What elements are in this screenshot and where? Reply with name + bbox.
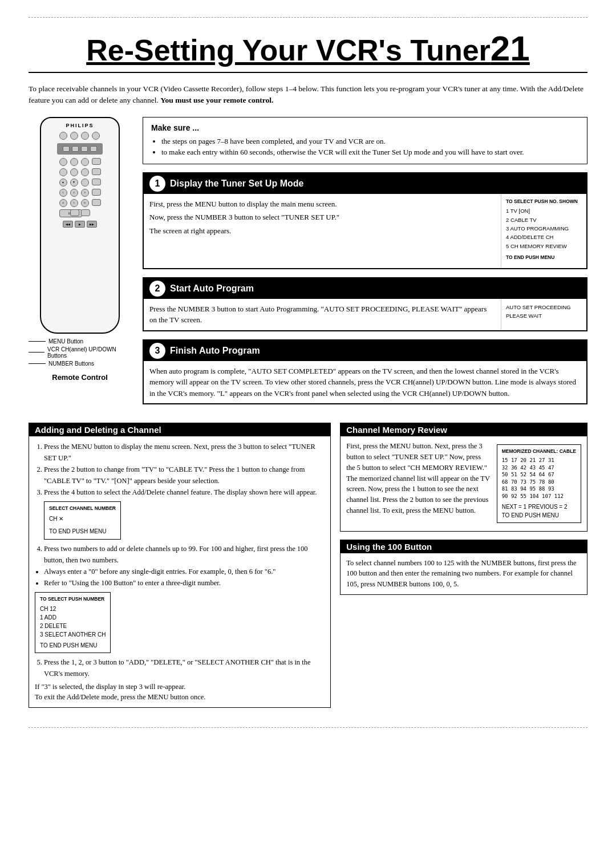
make-sure-list: the steps on pages 7–8 have been complet… (151, 136, 579, 158)
display2-item-3: 3 SELECT ANOTHER CH (40, 630, 106, 639)
remote-menu-btn3[interactable] (81, 168, 89, 176)
display2-footer: TO END PUSH MENU (40, 641, 106, 650)
step3-text: When auto program is complete, "AUTO SET… (144, 361, 586, 404)
remote-btn-2[interactable] (70, 132, 78, 140)
remote-btn-extra2[interactable] (81, 209, 90, 216)
step3-circle: 3 (149, 343, 165, 359)
make-sure-item-2: to make each entry within 60 seconds, ot… (161, 147, 579, 158)
remote-num6[interactable]: 5 (70, 199, 78, 207)
remote-num5[interactable]: 4 (59, 199, 67, 207)
transport-rew[interactable]: ◀◀ (63, 221, 73, 228)
channel-memory-content: First, press the MENU button. Next, pres… (346, 441, 581, 526)
channel-grid: 15 17 20 21 27 31 32 36 42 43 45 47 50 5… (502, 457, 576, 500)
channel-memory-table: MEMORIZED CHANNEL: CABLE 15 17 20 21 27 … (497, 444, 581, 522)
add-del-step-1: Press the MENU button to display the men… (44, 441, 325, 464)
remote-btn-extra1[interactable] (70, 209, 79, 216)
remote-ch-up[interactable]: ▲ (59, 179, 67, 187)
remote-caption: Remote Control (52, 373, 108, 382)
remote-menu-btn4[interactable] (92, 168, 101, 175)
remote-num4[interactable] (92, 189, 101, 196)
adding-deleting-list: Press the MENU button to display the men… (35, 441, 325, 566)
remote-num1[interactable]: 1 (59, 189, 67, 197)
display2-box: TO SELECT PUSH NUMBER CH 12 1 ADD 2 DELE… (35, 592, 111, 653)
step1-text2: Now, press the NUMBER 3 button to select… (149, 212, 489, 223)
remote-btn-r2-4[interactable] (92, 158, 101, 165)
step2-header: 2 Start Auto Program (144, 278, 586, 299)
ch-row-3: 50 51 52 54 64 67 (502, 471, 576, 479)
remote-btn-3[interactable] (81, 132, 89, 140)
step1-text3: The screen at right appears. (149, 225, 489, 237)
display-btn-2[interactable] (72, 146, 79, 152)
remote-menu-btn2[interactable] (70, 168, 78, 176)
remote-ch-3[interactable] (81, 179, 89, 187)
display-btn-1[interactable] (63, 146, 70, 152)
display1-footer: TO END PUSH MENU (49, 527, 116, 536)
step3-title: Finish Auto Program (170, 346, 260, 356)
remote-num2[interactable]: 2 (70, 189, 78, 197)
remote-display (57, 143, 103, 155)
remote-label-menu: MENU Button (29, 338, 131, 345)
display-btn-3[interactable] (81, 146, 88, 152)
right-column: Channel Memory Review First, press the M… (340, 423, 587, 716)
display2-title: TO SELECT PUSH NUMBER (40, 595, 106, 603)
remote-btn-1[interactable] (59, 132, 67, 140)
table-footer-2: TO END PUSH MENU (502, 511, 576, 520)
step2-title: Start Auto Program (170, 283, 254, 294)
display2-ch: CH 12 (40, 605, 106, 613)
remote-number-grid3: 100 (59, 209, 101, 217)
remote-num8[interactable] (92, 199, 101, 206)
transport-ff[interactable]: ▶▶ (87, 221, 97, 228)
display-btn-4[interactable] (90, 146, 97, 152)
menu-label: MENU Button (48, 338, 83, 345)
add-del-step-4: Press two numbers to add or delete chann… (44, 543, 325, 566)
adding-deleting-header: Adding and Deleting a Channel (29, 423, 330, 436)
add-del-step-3-text: Press the 4 button to select the Add/Del… (44, 488, 317, 496)
step2-paragraph: Press the NUMBER 3 button to start Auto … (149, 303, 489, 326)
make-sure-title: Make sure ... (151, 123, 579, 132)
remote-btn-r2-2[interactable] (70, 158, 78, 166)
remote-row2 (59, 158, 101, 166)
arrow-line-menu (29, 341, 46, 342)
ch-row-4: 68 70 73 75 78 80 (502, 479, 576, 486)
step2-body: Press the NUMBER 3 button to start Auto … (144, 299, 586, 330)
step3-paragraph: When auto program is complete, "AUTO SET… (149, 366, 581, 399)
remote-diagram: PHILIPS (40, 117, 120, 334)
remote-btn-r2-1[interactable] (59, 158, 67, 166)
make-sure-item-1: the steps on pages 7–8 have been complet… (161, 136, 579, 147)
remote-number-grid: 1 2 3 (59, 189, 101, 197)
remote-btn-4[interactable] (92, 132, 100, 140)
add-del-bullet-1: Always enter a "0" before any single-dig… (44, 566, 325, 577)
table-footer-1: NEXT = 1 PREVIOUS = 2 (502, 503, 576, 511)
channel-table-header: MEMORIZED CHANNEL: CABLE (502, 448, 576, 455)
add-del-note-2: To exit the Add/Delete mode, press the M… (35, 692, 325, 703)
arrow-line-ch (29, 352, 44, 353)
ch-label: VCR CH(annel) UP/DOWN Buttons (47, 346, 131, 359)
ch-row-6: 90 92 55 104 107 112 (502, 493, 576, 500)
add-del-step-4-text: Press two numbers to add or delete chann… (44, 545, 308, 564)
remote-btn-r2-3[interactable] (81, 158, 89, 166)
remote-num3[interactable]: 3 (81, 189, 89, 197)
remote-num7[interactable]: 6 (81, 199, 89, 207)
arrow-line-num (29, 363, 46, 364)
step3-body: When auto program is complete, "AUTO SET… (144, 361, 586, 404)
transport-play[interactable]: ▶ (75, 221, 85, 228)
step1-sidebar-title: TO SELECT PUSH NO. SHOWN (506, 198, 582, 205)
remote-ch-4[interactable] (92, 179, 101, 185)
remote-menu-btn1[interactable] (59, 168, 67, 176)
page-border-top (29, 17, 587, 18)
intro-text-bold: You must use your remote control. (160, 96, 273, 104)
remote-ch-down[interactable]: ▼ (70, 179, 78, 187)
page-border-bottom (29, 727, 587, 728)
add-del-bullet-2: Refer to "Using the 100 Button" to enter… (44, 577, 325, 589)
display1-title: SELECT CHANNEL NUMBER (49, 505, 116, 513)
step2-text: Press the NUMBER 3 button to start Auto … (144, 299, 495, 330)
ch-row-2: 32 36 42 43 45 47 (502, 464, 576, 472)
remote-label-ch: VCR CH(annel) UP/DOWN Buttons (29, 346, 131, 359)
step1-text1: First, press the MENU button to display … (149, 198, 489, 210)
channel-memory-header: Channel Memory Review (341, 423, 587, 436)
display1-ch: CH ✕ (49, 514, 116, 524)
step1-header: 1 Display the Tuner Set Up Mode (144, 173, 586, 194)
display2-item-2: 2 DELETE (40, 622, 106, 630)
step1-body: First, press the MENU button to display … (144, 194, 586, 268)
step1-sidebar-4: 4 ADD/DELETE CH (506, 233, 582, 241)
